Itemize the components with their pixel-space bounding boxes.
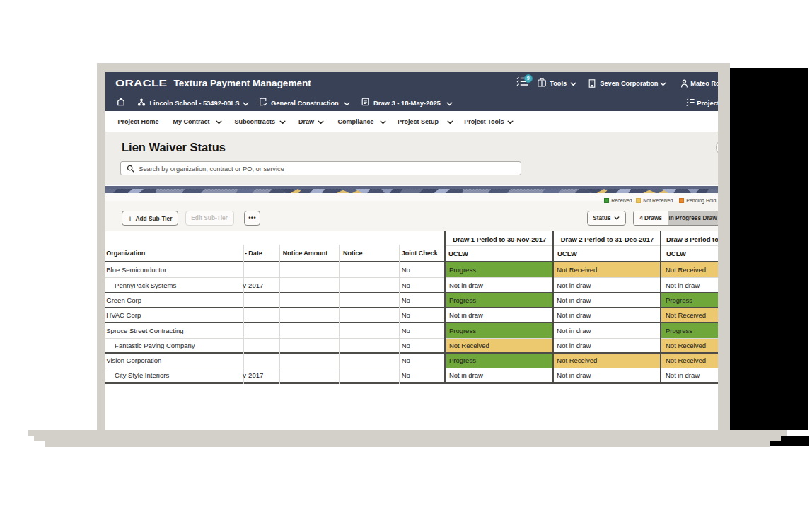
svg-text:ORACLE: ORACLE: [115, 79, 167, 88]
